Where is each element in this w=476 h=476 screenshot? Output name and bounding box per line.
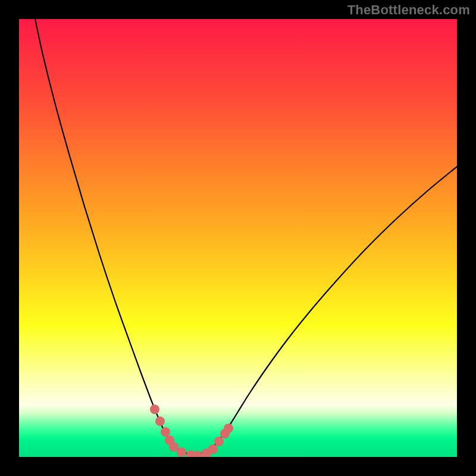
highlight-dot: [155, 416, 165, 426]
watermark-text: TheBottleneck.com: [347, 2, 470, 18]
highlight-dot: [220, 429, 230, 439]
highlight-dot: [150, 405, 159, 414]
outer-frame: TheBottleneck.com: [0, 0, 476, 476]
highlight-dot: [224, 424, 233, 433]
chart-svg: [19, 19, 457, 457]
highlight-dots: [150, 405, 233, 457]
highlight-dot: [214, 437, 224, 446]
highlight-dot: [208, 444, 218, 454]
highlight-dot: [161, 427, 170, 437]
highlight-dot: [202, 449, 211, 457]
plot-area: [19, 19, 457, 457]
highlight-dot: [165, 436, 174, 445]
highlight-dot: [177, 447, 186, 457]
highlight-dot: [186, 450, 196, 457]
highlight-dot: [193, 451, 202, 457]
bottleneck-curve: [35, 19, 457, 454]
highlight-dot: [169, 442, 178, 452]
